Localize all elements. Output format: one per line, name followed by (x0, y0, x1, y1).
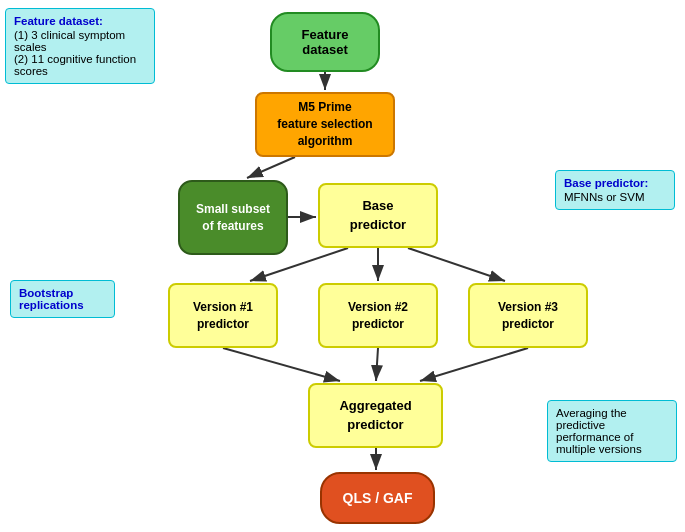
feature-dataset-line1: (1) 3 clinical symptom scales (14, 29, 125, 53)
node-aggregated: Aggregated predictor (308, 383, 443, 448)
svg-line-9 (420, 348, 528, 381)
svg-line-2 (247, 157, 295, 178)
node-v2: Version #2 predictor (318, 283, 438, 348)
node-qls: QLS / GAF (320, 472, 435, 524)
node-small-subset: Small subset of features (178, 180, 288, 255)
diagram-container: Feature dataset: (1) 3 clinical symptom … (0, 0, 685, 532)
node-feature-dataset: Feature dataset (270, 12, 380, 72)
feature-dataset-title: Feature dataset: (14, 15, 146, 27)
bootstrap-text: Bootstrap replications (19, 287, 84, 311)
node-base-predictor: Base predictor (318, 183, 438, 248)
feature-dataset-line2: (2) 11 cognitive function scores (14, 53, 136, 77)
svg-line-8 (376, 348, 378, 381)
svg-line-6 (408, 248, 505, 281)
node-v1: Version #1 predictor (168, 283, 278, 348)
averaging-text: Averaging the predictive performance of … (556, 407, 642, 455)
svg-line-7 (223, 348, 340, 381)
bootstrap-info: Bootstrap replications (10, 280, 115, 318)
node-m5: M5 Prime feature selection algorithm (255, 92, 395, 157)
feature-dataset-info: Feature dataset: (1) 3 clinical symptom … (5, 8, 155, 84)
base-predictor-text: MFNNs or SVM (564, 191, 645, 203)
base-predictor-info: Base predictor: MFNNs or SVM (555, 170, 675, 210)
base-predictor-title: Base predictor: (564, 177, 666, 189)
averaging-info: Averaging the predictive performance of … (547, 400, 677, 462)
node-v3: Version #3 predictor (468, 283, 588, 348)
